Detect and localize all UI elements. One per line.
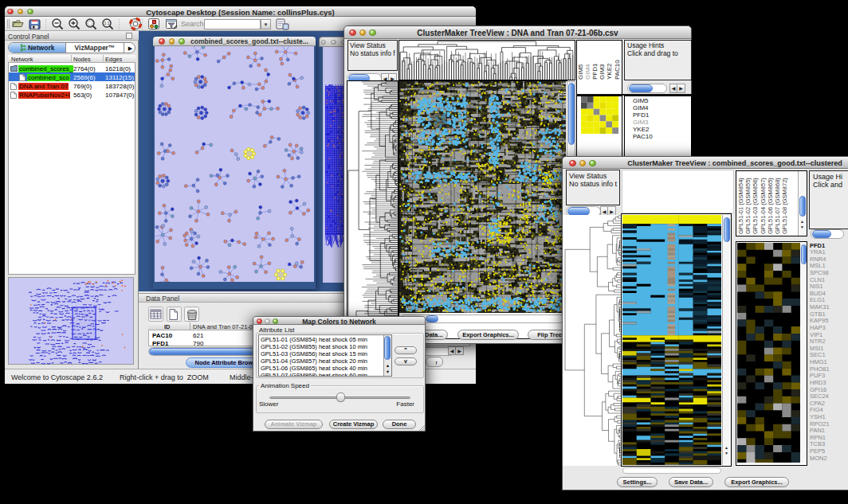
svg-text:GPL51-03 (GSM856): GPL51-03 (GSM856): [752, 178, 759, 234]
svg-text:GPL51-04 (GSM857): GPL51-04 (GSM857): [760, 178, 767, 234]
svg-text:1:1: 1:1: [104, 21, 110, 25]
svg-text:GPL51-01 (GSM854): GPL51-01 (GSM854): [737, 178, 744, 234]
svg-text:GPL51-02 (GSM855): GPL51-02 (GSM855): [744, 178, 752, 234]
svg-text:GPL51-08 (GSM872): GPL51-08 (GSM872): [781, 178, 788, 234]
svg-text:PAC10: PAC10: [614, 60, 621, 80]
svg-text:PFD1: PFD1: [591, 63, 599, 80]
svg-text:GIM4: GIM4: [584, 64, 591, 80]
svg-text:GPL51-07 (GSM868): GPL51-07 (GSM868): [774, 178, 781, 234]
svg-text:GIM5: GIM5: [577, 64, 584, 80]
svg-text:GPL51-06 (GSM865): GPL51-06 (GSM865): [767, 178, 774, 234]
svg-text:GIM3: GIM3: [599, 64, 606, 80]
svg-text:YKE2: YKE2: [606, 63, 613, 80]
